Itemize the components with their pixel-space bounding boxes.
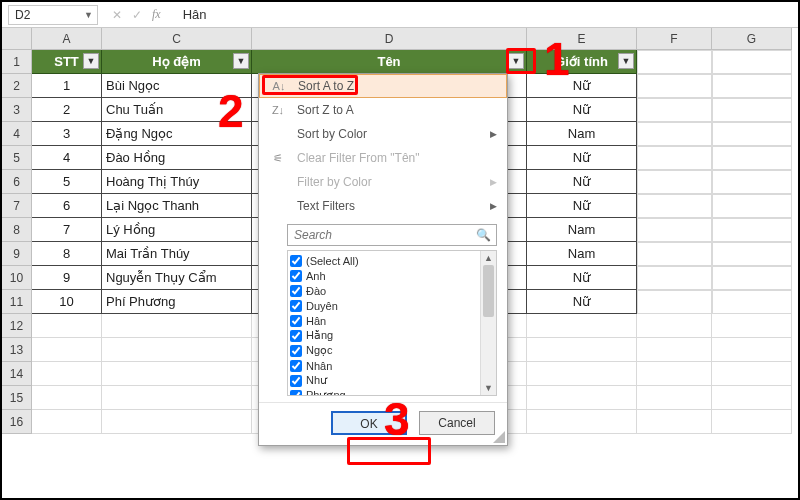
cell-stt[interactable]: 10 (32, 290, 102, 314)
row-header[interactable]: 3 (2, 98, 32, 122)
cancel-button[interactable]: Cancel (419, 411, 495, 435)
cell-stt[interactable]: 1 (32, 74, 102, 98)
cell-empty[interactable] (527, 338, 637, 362)
filter-check-item[interactable]: Hằng (290, 328, 494, 343)
filter-button[interactable]: ▼ (83, 53, 99, 69)
cell-gioitinh[interactable]: Nữ (527, 146, 637, 170)
cell-hodem[interactable]: Hoàng Thị Thúy (102, 170, 252, 194)
cell-empty[interactable] (102, 338, 252, 362)
filter-checkbox-list[interactable]: (Select All)AnhĐàoDuyênHânHằngNgọcNhânNh… (287, 250, 497, 396)
cell-empty[interactable] (32, 386, 102, 410)
filter-check-item[interactable]: Đào (290, 283, 494, 298)
cell-hodem[interactable]: Chu Tuấn (102, 98, 252, 122)
cell-empty[interactable] (637, 218, 712, 242)
select-all-corner[interactable] (2, 28, 32, 50)
name-box[interactable]: D2 ▼ (8, 5, 98, 25)
filter-check-item[interactable]: Duyên (290, 298, 494, 313)
cell-empty[interactable] (712, 50, 792, 74)
cell-gioitinh[interactable]: Nữ (527, 266, 637, 290)
header-stt[interactable]: STT ▼ (32, 50, 102, 74)
row-header[interactable]: 13 (2, 338, 32, 362)
row-header[interactable]: 14 (2, 362, 32, 386)
cell-empty[interactable] (527, 314, 637, 338)
cell-empty[interactable] (637, 290, 712, 314)
filter-button[interactable]: ▼ (618, 53, 634, 69)
cell-empty[interactable] (637, 50, 712, 74)
cell-empty[interactable] (637, 386, 712, 410)
cell-empty[interactable] (32, 338, 102, 362)
col-header[interactable]: E (527, 28, 637, 50)
cell-empty[interactable] (712, 314, 792, 338)
menu-sort-za[interactable]: Z↓ Sort Z to A (259, 98, 507, 122)
cell-empty[interactable] (102, 314, 252, 338)
row-header[interactable]: 10 (2, 266, 32, 290)
filter-check-item[interactable]: Phương (290, 388, 494, 396)
cell-empty[interactable] (712, 386, 792, 410)
row-header[interactable]: 7 (2, 194, 32, 218)
cell-empty[interactable] (637, 242, 712, 266)
col-header[interactable]: A (32, 28, 102, 50)
checkbox[interactable] (290, 375, 302, 387)
cell-empty[interactable] (637, 122, 712, 146)
scroll-thumb[interactable] (483, 265, 494, 317)
cell-empty[interactable] (712, 338, 792, 362)
filter-check-item[interactable]: Nhân (290, 358, 494, 373)
menu-sort-az[interactable]: A↓ Sort A to Z (259, 74, 507, 98)
row-header[interactable]: 16 (2, 410, 32, 434)
cell-gioitinh[interactable]: Nam (527, 242, 637, 266)
cell-empty[interactable] (637, 146, 712, 170)
cell-empty[interactable] (712, 218, 792, 242)
cell-gioitinh[interactable]: Nam (527, 218, 637, 242)
filter-check-item[interactable]: Hân (290, 313, 494, 328)
cell-empty[interactable] (712, 266, 792, 290)
formula-bar-value[interactable]: Hân (183, 7, 207, 22)
filter-button[interactable]: ▼ (233, 53, 249, 69)
chevron-down-icon[interactable]: ▼ (84, 10, 93, 20)
cell-hodem[interactable]: Đào Hồng (102, 146, 252, 170)
cell-gioitinh[interactable]: Nữ (527, 290, 637, 314)
filter-button-ten[interactable]: ▼ (508, 53, 524, 69)
scrollbar[interactable]: ▲ ▼ (480, 251, 496, 395)
cell-empty[interactable] (712, 290, 792, 314)
cell-stt[interactable]: 8 (32, 242, 102, 266)
ok-button[interactable]: OK (331, 411, 407, 435)
checkbox[interactable] (290, 300, 302, 312)
col-header[interactable]: C (102, 28, 252, 50)
cell-empty[interactable] (712, 146, 792, 170)
checkbox[interactable] (290, 360, 302, 372)
cell-empty[interactable] (527, 362, 637, 386)
cell-empty[interactable] (637, 74, 712, 98)
header-ten[interactable]: Tên ▼ (252, 50, 527, 74)
row-header[interactable]: 15 (2, 386, 32, 410)
cell-hodem[interactable]: Mai Trần Thúy (102, 242, 252, 266)
cell-empty[interactable] (712, 98, 792, 122)
row-header[interactable]: 6 (2, 170, 32, 194)
filter-check-item[interactable]: Ngọc (290, 343, 494, 358)
cell-empty[interactable] (32, 314, 102, 338)
menu-text-filters[interactable]: Text Filters ▶ (259, 194, 507, 218)
header-gioitinh[interactable]: Giới tính ▼ (527, 50, 637, 74)
menu-sort-by-color[interactable]: Sort by Color ▶ (259, 122, 507, 146)
cell-empty[interactable] (102, 386, 252, 410)
cell-empty[interactable] (637, 314, 712, 338)
cell-empty[interactable] (712, 122, 792, 146)
cell-empty[interactable] (637, 410, 712, 434)
cell-empty[interactable] (527, 386, 637, 410)
cell-empty[interactable] (32, 410, 102, 434)
row-header[interactable]: 9 (2, 242, 32, 266)
row-header[interactable]: 2 (2, 74, 32, 98)
row-header[interactable]: 8 (2, 218, 32, 242)
col-header[interactable]: G (712, 28, 792, 50)
filter-check-item[interactable]: Như (290, 373, 494, 388)
cell-empty[interactable] (637, 266, 712, 290)
cell-gioitinh[interactable]: Nữ (527, 194, 637, 218)
cell-hodem[interactable]: Phí Phương (102, 290, 252, 314)
cell-empty[interactable] (637, 170, 712, 194)
checkbox[interactable] (290, 255, 302, 267)
scroll-up-icon[interactable]: ▲ (481, 251, 496, 265)
row-header[interactable]: 1 (2, 50, 32, 74)
cell-empty[interactable] (102, 410, 252, 434)
cell-gioitinh[interactable]: Nam (527, 122, 637, 146)
cell-hodem[interactable]: Lại Ngọc Thanh (102, 194, 252, 218)
resize-grip-icon[interactable] (493, 431, 505, 443)
